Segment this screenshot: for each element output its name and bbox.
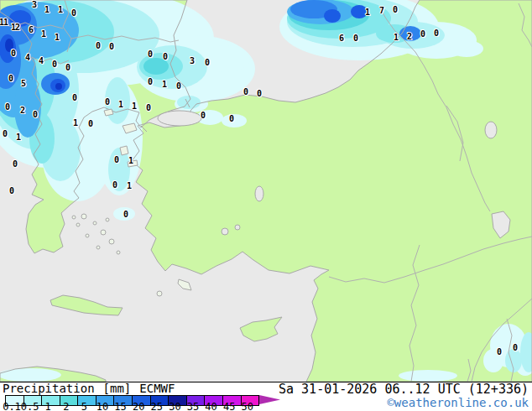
copyright-text: ©weatheronline.co.uk [387, 397, 529, 409]
precipitation-map: 3110170111261160120000044000030050100000… [0, 0, 532, 382]
precip-grid-value: 1 [162, 81, 166, 89]
precip-grid-value: 0 [243, 88, 248, 96]
precip-grid-value: 0 [393, 6, 397, 14]
lake-small-west [222, 228, 228, 235]
precip-grid-value: 0 [114, 156, 118, 164]
legend-tick-label: 10 [96, 403, 108, 411]
precip-grid-value: 0 [96, 42, 100, 50]
precip-grid-value: 0 [9, 187, 13, 195]
precip-grid-value: 0 [148, 50, 152, 59]
precip-grid-value: 6 [29, 26, 33, 34]
island-lemnos [104, 109, 113, 116]
precip-grid-value: 0 [229, 115, 233, 123]
legend-unit: [mm] [103, 382, 132, 395]
legend-tick-label: 45 [223, 403, 235, 411]
precip-grid-value: 0 [434, 29, 438, 38]
sea-of-marmara [158, 111, 201, 126]
precip-grid-value: 1 [55, 34, 59, 42]
precip-grid-value: 1 [118, 101, 123, 109]
precip-grid-value: 0 [72, 94, 76, 102]
precip-grid-value: 1 [41, 30, 45, 39]
precip-grid-value: 1 [128, 157, 133, 165]
precip-grid-value: 0 [353, 34, 357, 43]
map-canvas [0, 0, 532, 382]
legend-tick-label: 20 [133, 403, 144, 411]
precip-grid-value: 0 [3, 130, 7, 138]
precip-grid-value: 0 [112, 181, 117, 190]
precip-grid-value: 0 [201, 112, 205, 120]
precip-grid-value: 0 [88, 120, 92, 128]
precip-grid-value: 0 [5, 103, 9, 112]
legend-tick-label: 0.1 [3, 403, 21, 411]
footer-bar: Precipitation[mm]ECMWF 0.10.512510152025… [0, 382, 532, 411]
legend-title-label: Precipitation [3, 382, 95, 395]
precip-grid-value: 1 [394, 34, 398, 42]
precip-grid-value: 1 [16, 133, 20, 142]
precip-grid-value: 0 [65, 64, 70, 72]
precip-grid-value: 0 [109, 43, 113, 51]
legend-tick-label: 25 [151, 403, 163, 411]
weather-map-page: { "legend": { "title": "Precipitation", … [0, 0, 532, 411]
legend-tick-label: 50 [242, 403, 253, 411]
precip-grid-value: 0 [257, 90, 261, 98]
precip-grid-value: 0 [8, 75, 13, 83]
legend-labels: 0.10.5125101520253035404550 [0, 403, 289, 411]
lake-northeast [485, 122, 497, 138]
precip-grid-value: 0 [146, 104, 150, 112]
forecast-datetime: Sa 31-01-2026 06..12 UTC (12+336) [279, 383, 529, 396]
precip-grid-value: 4 [39, 57, 43, 65]
precip-grid-value: 12 [11, 23, 19, 32]
legend-tick-label: 5 [81, 403, 87, 411]
precip-grid-value: 1 [73, 119, 77, 127]
precip-grid-value: 0 [497, 348, 501, 356]
legend-tick-label: 40 [205, 403, 216, 411]
precip-grid-value: 0 [71, 9, 76, 18]
precip-grid-value: 1 [44, 6, 49, 14]
precip-grid-value: 1 [132, 102, 136, 111]
precip-grid-value: 0 [52, 60, 56, 69]
precip-grid-value: 0 [123, 211, 128, 219]
legend-model: ECMWF [139, 382, 175, 395]
precip-grid-value: 3 [32, 1, 36, 9]
precip-grid-value: 2 [407, 33, 411, 41]
precip-grid-value: 1 [365, 8, 369, 17]
precip-grid-value: 0 [105, 98, 109, 107]
lake-small-west-2 [235, 225, 240, 230]
precip-grid-value: 0 [148, 78, 152, 86]
precip-grid-value: 11 [0, 18, 8, 27]
lake-tuz [255, 186, 263, 201]
precip-grid-value: 0 [11, 49, 15, 58]
legend-tick-label: 0.5 [21, 403, 39, 411]
precip-grid-value: 3 [190, 57, 194, 65]
legend-tick-label: 35 [187, 403, 199, 411]
legend-tick-label: 2 [63, 403, 69, 411]
legend-tick-label: 1 [45, 403, 51, 411]
island-chios [120, 146, 128, 155]
precip-grid-value: 6 [339, 34, 343, 43]
precip-grid-value: 5 [21, 80, 25, 88]
precip-grid-value: 0 [420, 30, 425, 39]
legend-tick-label: 30 [169, 403, 180, 411]
precip-grid-value: 1 [127, 182, 131, 190]
precip-grid-value: 0 [176, 82, 180, 91]
precip-grid-value: 0 [513, 344, 517, 352]
legend-tick-label: 15 [114, 403, 126, 411]
precip-grid-value: 1 [58, 6, 62, 14]
precip-grid-value: 4 [25, 54, 29, 62]
legend-title: Precipitation[mm]ECMWF [3, 382, 183, 395]
precip-grid-value: 0 [13, 160, 17, 169]
precip-grid-value: 0 [205, 59, 209, 67]
precip-grid-value: 0 [163, 53, 167, 61]
precip-grid-value: 7 [379, 7, 383, 15]
precip-grid-value: 2 [20, 107, 24, 115]
precip-grid-value: 0 [33, 111, 37, 119]
